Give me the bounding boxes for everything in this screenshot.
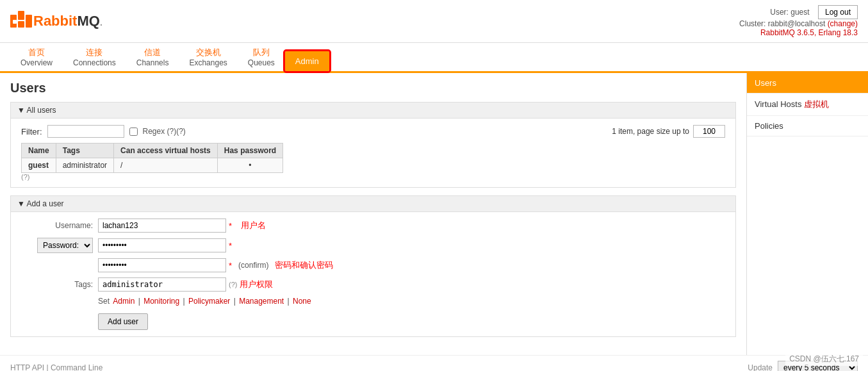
confirm-password-input[interactable] bbox=[98, 258, 226, 272]
cell-has-password: • bbox=[217, 158, 283, 173]
page-size-label: 1 item, page size up to bbox=[612, 127, 689, 136]
http-api-link[interactable]: HTTP API bbox=[10, 363, 44, 371]
header-right: User: guest Log out Cluster: rabbit@loca… bbox=[739, 5, 858, 37]
password-type-select[interactable]: Password: Hash: bbox=[37, 238, 93, 253]
confirm-annotation: 密码和确认密码 bbox=[275, 260, 333, 271]
nav-admin-cn: Admin bbox=[295, 56, 319, 66]
nav-channels[interactable]: 信道 Channels bbox=[126, 43, 179, 71]
all-users-header[interactable]: ▼ All users bbox=[11, 103, 735, 119]
nav: 首页 Overview 连接 Connections 信道 Channels 交… bbox=[0, 43, 868, 73]
add-user-header-label: ▼ Add a user bbox=[17, 199, 64, 208]
password-label: Password: Hash: bbox=[21, 238, 98, 253]
nav-channels-cn: 信道 bbox=[136, 47, 169, 58]
user-label: User: guest bbox=[770, 8, 809, 17]
sidebar-users-label: Users bbox=[755, 78, 776, 88]
main: Users ▼ All users Filter: Regex (?)(?) 1… bbox=[0, 73, 868, 355]
set-monitoring[interactable]: Monitoring bbox=[143, 297, 179, 306]
nav-overview-en: Overview bbox=[20, 58, 53, 67]
header: RabbitMQ. User: guest Log out Cluster: r… bbox=[0, 0, 868, 43]
password-row: Password: Hash: * bbox=[21, 238, 725, 253]
cell-tags: administrator bbox=[56, 158, 113, 173]
nav-connections-cn: 连接 bbox=[73, 47, 116, 58]
filter-right: 1 item, page size up to bbox=[612, 125, 725, 138]
username-annotation: 用户名 bbox=[241, 220, 266, 231]
logout-button[interactable]: Log out bbox=[818, 5, 858, 19]
nav-exchanges-cn: 交换机 bbox=[189, 47, 227, 58]
tags-help-icon[interactable]: (?) bbox=[229, 281, 237, 288]
filter-input[interactable] bbox=[47, 125, 124, 138]
username-input[interactable] bbox=[98, 218, 226, 233]
svg-rect-1 bbox=[18, 11, 24, 20]
tags-annotation: 用户权限 bbox=[240, 279, 273, 290]
password-required: * bbox=[229, 241, 232, 251]
regex-checkbox[interactable] bbox=[129, 128, 138, 136]
set-policymaker[interactable]: Policymaker bbox=[188, 297, 230, 306]
nav-queues[interactable]: 队列 Queues bbox=[238, 43, 285, 71]
nav-overview-cn: 首页 bbox=[20, 47, 53, 58]
page-size-input[interactable] bbox=[693, 125, 725, 138]
sidebar: Users Virtual Hosts 虚拟机 Policies bbox=[746, 73, 868, 355]
page-title: Users bbox=[10, 81, 736, 95]
svg-rect-2 bbox=[18, 21, 24, 28]
nav-connections[interactable]: 连接 Connections bbox=[63, 43, 126, 71]
table-row: guest administrator / • bbox=[22, 158, 283, 173]
tags-input[interactable] bbox=[98, 277, 226, 292]
col-has-password: Has password bbox=[217, 144, 283, 158]
content: Users ▼ All users Filter: Regex (?)(?) 1… bbox=[0, 73, 746, 355]
users-table: Name Tags Can access virtual hosts Has p… bbox=[21, 143, 283, 173]
nav-channels-en: Channels bbox=[136, 58, 169, 67]
set-admin[interactable]: Admin bbox=[113, 297, 135, 306]
nav-queues-cn: 队列 bbox=[248, 47, 275, 58]
all-users-question[interactable]: (?) bbox=[21, 173, 725, 181]
add-user-button[interactable]: Add user bbox=[98, 313, 148, 330]
set-row: Set Admin | Monitoring | Policymaker | M… bbox=[98, 297, 725, 306]
set-management[interactable]: Management bbox=[239, 297, 284, 306]
all-users-header-label: ▼ All users bbox=[17, 106, 56, 115]
logo: RabbitMQ. bbox=[10, 11, 102, 31]
cluster-label: Cluster: rabbit@localhost bbox=[739, 19, 828, 28]
all-users-body: Filter: Regex (?)(?) 1 item, page size u… bbox=[11, 119, 735, 187]
tags-row: Tags: (?) 用户权限 bbox=[21, 277, 725, 292]
filter-left: Filter: Regex (?)(?) bbox=[21, 125, 186, 138]
watermark: CSDN @伍六七.167 bbox=[785, 352, 863, 366]
nav-queues-en: Queues bbox=[248, 58, 275, 67]
add-user-body: Username: * 用户名 Password: Hash: * bbox=[11, 212, 735, 336]
sidebar-policies-label: Policies bbox=[755, 121, 783, 131]
col-virtual-hosts: Can access virtual hosts bbox=[114, 144, 218, 158]
col-tags: Tags bbox=[56, 144, 113, 158]
svg-rect-4 bbox=[13, 20, 17, 24]
username-required: * bbox=[229, 221, 232, 231]
confirm-label: (confirm) bbox=[238, 261, 268, 270]
nav-exchanges-en: Exchanges bbox=[189, 58, 227, 67]
col-name: Name bbox=[22, 144, 56, 158]
all-users-section: ▼ All users Filter: Regex (?)(?) 1 item,… bbox=[10, 102, 736, 188]
regex-label: Regex (?)(?) bbox=[143, 127, 186, 136]
filter-label: Filter: bbox=[21, 127, 42, 136]
cell-name[interactable]: guest bbox=[22, 158, 56, 173]
confirm-password-row: * (confirm) 密码和确认密码 bbox=[21, 258, 725, 272]
svg-rect-3 bbox=[26, 15, 32, 28]
version-label[interactable]: RabbitMQ 3.6.5, Erlang 18.3 bbox=[760, 28, 858, 37]
nav-exchanges[interactable]: 交换机 Exchanges bbox=[179, 43, 237, 71]
filter-row: Filter: Regex (?)(?) 1 item, page size u… bbox=[21, 125, 725, 138]
nav-overview[interactable]: 首页 Overview bbox=[10, 43, 63, 71]
sidebar-item-policies[interactable]: Policies bbox=[747, 116, 868, 136]
add-user-header[interactable]: ▼ Add a user bbox=[11, 196, 735, 212]
sidebar-virtual-hosts-cn: 虚拟机 bbox=[804, 99, 829, 109]
password-input[interactable] bbox=[98, 238, 226, 252]
command-line-link[interactable]: Command Line bbox=[51, 363, 102, 371]
nav-admin[interactable]: Admin bbox=[285, 51, 329, 71]
username-row: Username: * 用户名 bbox=[21, 218, 725, 233]
tags-label: Tags: bbox=[21, 280, 98, 289]
confirm-required: * bbox=[229, 261, 232, 270]
change-link[interactable]: (change) bbox=[828, 19, 858, 28]
rabbitmq-logo-icon bbox=[10, 11, 33, 31]
update-label: Update bbox=[748, 363, 773, 371]
set-none[interactable]: None bbox=[293, 297, 311, 306]
sidebar-item-users[interactable]: Users bbox=[747, 73, 868, 94]
sidebar-virtual-hosts-label: Virtual Hosts bbox=[755, 99, 801, 109]
footer-left: HTTP API | Command Line bbox=[10, 363, 102, 371]
nav-connections-en: Connections bbox=[73, 58, 116, 67]
cell-virtual-hosts: / bbox=[114, 158, 218, 173]
sidebar-item-virtual-hosts[interactable]: Virtual Hosts 虚拟机 bbox=[747, 94, 868, 116]
